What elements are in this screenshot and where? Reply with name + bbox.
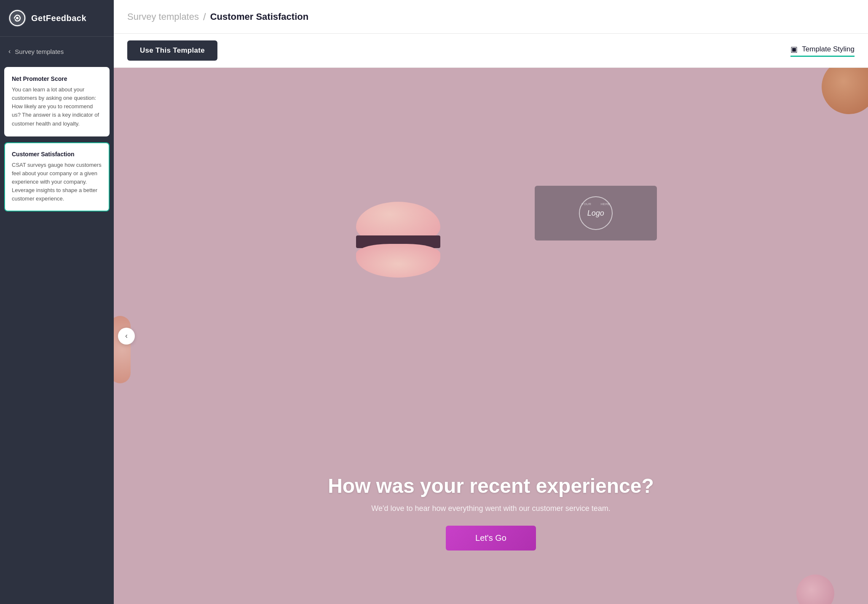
breadcrumb-separator: / bbox=[203, 11, 206, 23]
survey-subtitle: We'd love to hear how everything went wi… bbox=[301, 504, 680, 513]
carousel-prev-button[interactable]: ‹ bbox=[118, 328, 135, 345]
back-label: Survey templates bbox=[15, 48, 64, 55]
macaron-bottom-shell bbox=[356, 244, 440, 278]
decorative-macaron-bottom-right bbox=[796, 575, 834, 604]
preview-area: YOUR Logo HERE How was your recent exper… bbox=[114, 68, 868, 604]
logo-here-text: HERE bbox=[601, 202, 610, 206]
logo-your-text: YOUR bbox=[581, 202, 591, 206]
layout-icon: ▣ bbox=[790, 45, 798, 54]
main-content: Survey templates / Customer Satisfaction… bbox=[114, 0, 868, 604]
template-list: Net Promoter Score You can learn a lot a… bbox=[0, 62, 114, 604]
breadcrumb-current: Customer Satisfaction bbox=[210, 11, 309, 22]
logo-main-text: Logo bbox=[587, 209, 604, 218]
lets-go-button[interactable]: Let's Go bbox=[446, 526, 536, 551]
decorative-macaron-left bbox=[114, 316, 131, 383]
logo-placeholder: YOUR Logo HERE bbox=[535, 186, 657, 241]
template-card-csat[interactable]: Customer Satisfaction CSAT surveys gauge… bbox=[4, 142, 110, 212]
logo-circle: YOUR Logo HERE bbox=[579, 196, 613, 230]
macaron-illustration bbox=[356, 202, 445, 269]
template-card-nps[interactable]: Net Promoter Score You can learn a lot a… bbox=[4, 67, 110, 136]
app-name: GetFeedback bbox=[31, 13, 86, 23]
sidebar-nav: ‹ Survey templates bbox=[0, 37, 114, 62]
toolbar: Use This Template ▣ Template Styling bbox=[114, 34, 868, 68]
chevron-left-icon: ‹ bbox=[8, 48, 11, 55]
app-logo: GetFeedback bbox=[0, 0, 114, 37]
template-styling-label: Template Styling bbox=[802, 45, 855, 53]
back-to-templates[interactable]: ‹ Survey templates bbox=[7, 45, 107, 58]
breadcrumb: Survey templates / Customer Satisfaction bbox=[127, 11, 308, 23]
template-styling-button[interactable]: ▣ Template Styling bbox=[790, 45, 855, 57]
csat-card-title: Customer Satisfaction bbox=[12, 151, 102, 158]
nps-card-title: Net Promoter Score bbox=[12, 75, 102, 82]
chevron-left-carousel-icon: ‹ bbox=[125, 331, 128, 340]
preview-background: YOUR Logo HERE How was your recent exper… bbox=[114, 68, 868, 604]
getfeedback-logo-icon bbox=[8, 9, 26, 27]
survey-title: How was your recent experience? bbox=[301, 474, 680, 497]
breadcrumb-link[interactable]: Survey templates bbox=[127, 11, 199, 22]
survey-content: How was your recent experience? We'd lov… bbox=[301, 474, 680, 551]
svg-point-2 bbox=[16, 17, 19, 19]
sidebar: GetFeedback ‹ Survey templates Net Promo… bbox=[0, 0, 114, 604]
top-header: Survey templates / Customer Satisfaction bbox=[114, 0, 868, 34]
csat-card-desc: CSAT surveys gauge how customers feel ab… bbox=[12, 161, 102, 203]
use-template-button[interactable]: Use This Template bbox=[127, 40, 217, 61]
nps-card-desc: You can learn a lot about your customers… bbox=[12, 86, 102, 128]
decorative-macaron-top-right bbox=[822, 68, 868, 114]
